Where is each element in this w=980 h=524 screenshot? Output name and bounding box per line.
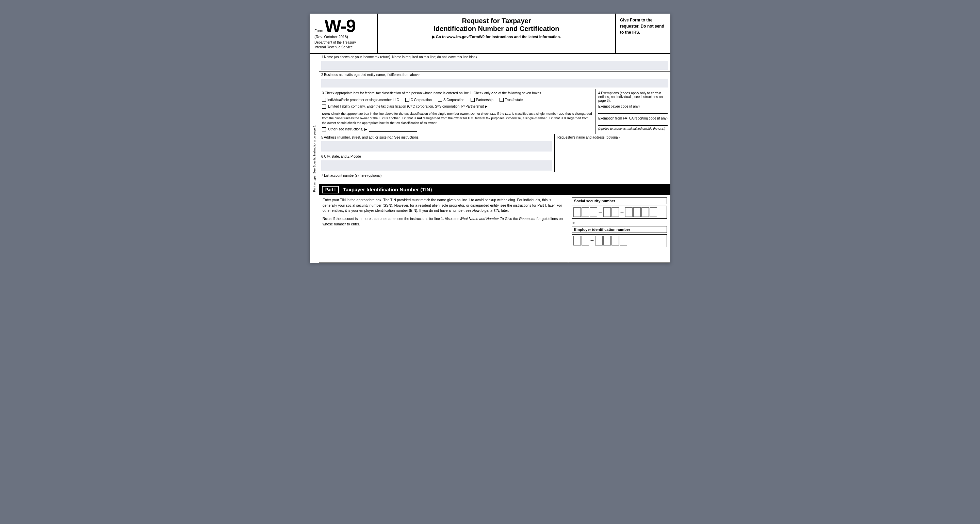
ein-dash: –	[590, 237, 594, 244]
row2: 2 Business name/disregarded entity name,…	[319, 72, 670, 89]
llc-label: Limited liability company. Enter the tax…	[328, 105, 488, 108]
part-i-text1: Enter your TIN in the appropriate box. T…	[323, 197, 565, 213]
ssn-group-1	[573, 207, 597, 217]
form-content: 1 Name (as shown on your income tax retu…	[319, 54, 670, 263]
form-title: Request for Taxpayer Identification Numb…	[385, 17, 608, 33]
row4: 4 Exemptions (codes apply only to certai…	[595, 89, 670, 134]
part-i-left: Enter your TIN in the appropriate box. T…	[319, 195, 568, 263]
ein-box-6[interactable]	[620, 236, 627, 245]
ein-label: Employer identification number	[572, 226, 667, 233]
ssn-box-5[interactable]	[611, 207, 619, 217]
llc-row: Limited liability company. Enter the tax…	[322, 105, 592, 109]
ssn-box-3[interactable]	[590, 207, 597, 217]
row7: 7 List account number(s) here (optional)	[319, 172, 670, 185]
form-rev: (Rev. October 2018)	[314, 35, 372, 39]
row6: 6 City, state, and ZIP code	[319, 153, 670, 172]
fatca-label: Exemption from FATCA reporting code (if …	[598, 116, 668, 120]
ein-boxes: –	[572, 234, 667, 247]
checkbox-other-box[interactable]	[322, 127, 326, 131]
row3-4: 3 Check appropriate box for federal tax …	[319, 89, 670, 134]
checkbox-trust[interactable]: Trust/estate	[500, 98, 523, 102]
row1: 1 Name (as shown on your income tax retu…	[319, 54, 670, 72]
row5: 5 Address (number, street, and apt. or s…	[319, 134, 555, 153]
applies-note: (Applies to accounts maintained outside …	[598, 127, 668, 131]
other-input[interactable]	[369, 127, 417, 132]
checkbox-s-corp[interactable]: S Corporation	[438, 98, 465, 102]
checkbox-s-corp-box[interactable]	[438, 98, 442, 102]
form-label: Form	[314, 29, 323, 33]
part-i-text2: Note: If the account is in more than one…	[323, 216, 565, 227]
other-row: Other (see instructions) ▶	[322, 127, 592, 132]
goto-text: ▶ Go to www.irs.gov/FormW9 for instructi…	[385, 35, 608, 39]
checkbox-partnership[interactable]: Partnership	[471, 98, 493, 102]
part-i-right: Social security number – –	[568, 195, 670, 263]
checkbox-c-corp[interactable]: C Corporation	[405, 98, 432, 102]
ein-box-4[interactable]	[603, 236, 611, 245]
w9-form: Form W-9 (Rev. October 2018) Department …	[310, 14, 670, 263]
row1-input[interactable]	[321, 61, 668, 70]
checkbox-llc-box[interactable]	[322, 105, 326, 108]
ssn-box-7[interactable]	[633, 207, 641, 217]
checkbox-individual-box[interactable]	[322, 98, 326, 102]
checkbox-trust-box[interactable]	[500, 98, 504, 102]
part-i-body: Enter your TIN in the appropriate box. T…	[319, 195, 670, 263]
requester-label: Requester's name and address (optional)	[557, 135, 620, 139]
checkbox-individual[interactable]: Individual/sole proprietor or single-mem…	[322, 98, 399, 102]
row5-input[interactable]	[321, 141, 552, 151]
ein-group-2	[595, 236, 627, 245]
row5-label: 5 Address (number, street, and apt. or s…	[319, 134, 554, 141]
form-header: Form W-9 (Rev. October 2018) Department …	[310, 14, 670, 54]
or-text: or	[572, 221, 667, 225]
ein-group-1	[573, 236, 589, 245]
exempt-label: Exempt payee code (if any)	[598, 105, 668, 108]
side-label: Print or type. See Specific Instructions…	[310, 54, 319, 263]
part-i-badge: Part I	[322, 186, 339, 193]
part-i-header: Part I Taxpayer Identification Number (T…	[319, 185, 670, 195]
header-left: Form W-9 (Rev. October 2018) Department …	[310, 14, 378, 53]
row6-label: 6 City, state, and ZIP code	[319, 153, 554, 160]
ssn-dash-2: –	[620, 209, 624, 215]
checkboxes-row: Individual/sole proprietor or single-mem…	[322, 98, 592, 102]
form-dept: Department of the Treasury Internal Reve…	[314, 40, 372, 50]
row2-input[interactable]	[321, 79, 668, 88]
ssn-box-9[interactable]	[649, 207, 657, 217]
ein-box-5[interactable]	[611, 236, 619, 245]
ssn-box-8[interactable]	[641, 207, 649, 217]
llc-input[interactable]	[490, 105, 517, 109]
ssn-dash-1: –	[598, 209, 602, 215]
ein-box-3[interactable]	[595, 236, 603, 245]
fatca-input[interactable]	[598, 121, 668, 126]
checkbox-partnership-box[interactable]	[471, 98, 475, 102]
ssn-box-4[interactable]	[603, 207, 611, 217]
ssn-box-2[interactable]	[582, 207, 589, 217]
checkbox-c-corp-box[interactable]	[405, 98, 409, 102]
ssn-label: Social security number	[572, 197, 667, 204]
exempt-input[interactable]	[598, 109, 668, 114]
ssn-boxes: – –	[572, 205, 667, 218]
row1-label: 1 Name (as shown on your income tax retu…	[319, 54, 670, 60]
ein-box-1[interactable]	[573, 236, 581, 245]
ssn-box-6[interactable]	[625, 207, 633, 217]
row4-title: 4 Exemptions (codes apply only to certai…	[598, 91, 668, 102]
row3-title: 3 Check appropriate box for federal tax …	[322, 91, 592, 95]
form-body: Print or type. See Specific Instructions…	[310, 54, 670, 263]
form-number: W-9	[325, 17, 356, 35]
row6-right	[555, 153, 670, 172]
part-i-title: Taxpayer Identification Number (TIN)	[343, 186, 432, 193]
row5-req: 5 Address (number, street, and apt. or s…	[319, 134, 670, 153]
requester: Requester's name and address (optional)	[555, 134, 670, 153]
note-text: Note: Check the appropriate box in the l…	[322, 111, 592, 125]
ssn-group-3	[625, 207, 657, 217]
row6-input[interactable]	[321, 160, 552, 170]
other-label: Other (see instructions) ▶	[328, 127, 367, 131]
row7-label: 7 List account number(s) here (optional)	[321, 174, 382, 177]
header-center: Request for Taxpayer Identification Numb…	[378, 14, 616, 53]
ein-box-2[interactable]	[582, 236, 589, 245]
header-right: Give Form to the requester. Do not send …	[616, 14, 670, 53]
row6-left: 6 City, state, and ZIP code	[319, 153, 555, 172]
ssn-box-1[interactable]	[573, 207, 581, 217]
row3: 3 Check appropriate box for federal tax …	[319, 89, 595, 134]
ssn-group-2	[603, 207, 619, 217]
row2-label: 2 Business name/disregarded entity name,…	[319, 72, 670, 78]
